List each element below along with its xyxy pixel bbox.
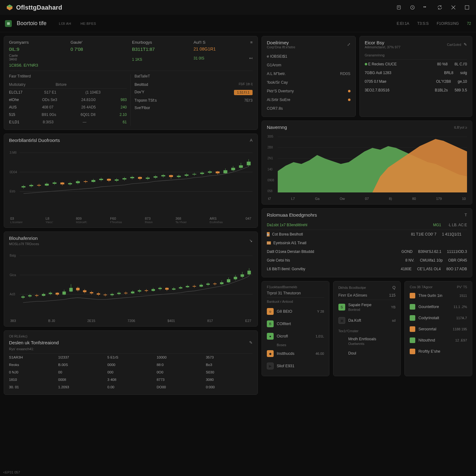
list2-search-icon[interactable]: Q xyxy=(392,285,395,290)
header-tab-2[interactable]: HE:BFES xyxy=(81,22,96,25)
svg-rect-116 xyxy=(152,289,155,291)
svg-rect-94 xyxy=(76,288,80,290)
header-stat-1[interactable]: E:EI:1A xyxy=(397,21,409,26)
bt-edit-icon[interactable]: ✎ xyxy=(249,340,253,345)
table-row[interactable]: 3EO2.7.B3S16B1BL2s589 3.5 xyxy=(365,86,467,95)
list-item[interactable]: Thre 0urln 1in1511 xyxy=(410,290,467,301)
sum-menu-icon[interactable]: ≡ xyxy=(250,40,253,46)
portfolio-icon: ▦ xyxy=(5,20,12,27)
list-item[interactable]: Rroftly E'she xyxy=(410,346,467,357)
table-row[interactable]: 515B91 0Gs 6Q01 D82.10 xyxy=(9,111,127,118)
book-title: Eicor Bsy xyxy=(365,40,401,45)
axis-label: 179 xyxy=(436,197,442,201)
table-row[interactable]: 181000083 40887733080 xyxy=(9,376,253,383)
bottom-table-panel: Otl RLEekc) Deslen uk Tonfstreaiond ✎ Ry… xyxy=(4,330,258,395)
table-row[interactable]: Datll O1sea Derstan Bttuddd GOND B3fAlt'… xyxy=(267,247,467,256)
list-item[interactable]: Codyrinotalt117A.7 xyxy=(410,312,467,324)
list-item[interactable]: B COlfitert xyxy=(267,318,324,330)
table-row[interactable]: E:LD18:3IS3 —61 xyxy=(9,118,127,126)
svg-rect-122 xyxy=(172,289,175,290)
list-item[interactable]: S Sapale FerpeBontrod YB xyxy=(338,300,396,314)
table-row[interactable]: ReoksB.00S000088:0Bo3 xyxy=(9,361,253,368)
svg-rect-16 xyxy=(37,185,41,186)
rl-row-3: Sve'Flbor xyxy=(134,106,150,110)
svg-rect-28 xyxy=(84,181,88,182)
list-item[interactable]: 'fook/Sr Cay xyxy=(267,78,350,87)
list-item[interactable]: Seroonrtal1188 195 xyxy=(410,324,467,335)
chart2-canvas[interactable]: BalgGicaAd3 xyxy=(9,249,253,317)
book-action-label[interactable]: Cart1otrd xyxy=(447,43,461,46)
table-row[interactable]: E Reckes CIUCE80 %88L C.I'0 xyxy=(365,60,467,68)
rl-action-button[interactable]: 1.S1:f:I.1 xyxy=(234,90,253,95)
list-item[interactable]: o G8 BEtOY 28 xyxy=(267,305,324,318)
list3-action[interactable]: PV' T5 xyxy=(457,285,467,289)
item-icon: ◆ xyxy=(267,350,274,357)
list-item[interactable]: ◆ Instthucds46.00 xyxy=(267,347,324,360)
notif-icon[interactable] xyxy=(396,5,402,10)
book-edit-icon[interactable]: ✎ xyxy=(464,42,467,47)
right-list-head: BatTalleT xyxy=(134,74,253,78)
list-item[interactable]: Pktr'S Dvertsrry xyxy=(267,87,350,95)
list3-panel: Cos 38 7Agoor PV' T5 Thre 0urln 1in1511 … xyxy=(404,281,472,376)
svg-rect-38 xyxy=(122,178,126,179)
more-icon[interactable]: •• xyxy=(423,5,429,10)
table-row[interactable]: ELCL17S17 E1 (1 104E3 xyxy=(9,89,127,96)
table-row[interactable]: CCEyetssirsk Al1 Tinatl xyxy=(267,239,467,247)
clock-icon[interactable] xyxy=(410,5,415,10)
table-row[interactable]: 0 NJ0000000O0S030 xyxy=(9,368,253,376)
table-row[interactable]: 0705 0.f MaeOL'Y2B8ge,10 xyxy=(365,77,467,86)
table-row[interactable]: L6 BibTl 8eml: Gonvlby 4180E CE'1,A51 OL… xyxy=(267,265,467,273)
list-item[interactable]: Doul xyxy=(338,348,396,358)
list-item[interactable]: Nitouthnd12 .E97 xyxy=(410,335,467,346)
list1-h1: Trprol 31 Theutoron xyxy=(267,291,301,295)
settings-icon[interactable] xyxy=(451,5,456,10)
chart1-action[interactable]: A xyxy=(250,138,253,143)
axis-label: $401 xyxy=(167,319,175,323)
daily-expand-icon[interactable]: ⤢ xyxy=(347,42,350,47)
table-row[interactable]: AUS408 07 26 4AD5240 xyxy=(9,104,127,111)
list-item[interactable]: COR7.8s xyxy=(267,104,350,113)
sum-sub-1c: 1C8S6. E/YNR3 xyxy=(9,63,68,68)
events-action[interactable]: T xyxy=(465,213,467,217)
list-item[interactable]: ▣ Da.Koft sd xyxy=(338,314,396,327)
table-row[interactable]: ▶Cot Bsrea Beslhotl 81 T1IE CO0' 7 1 411… xyxy=(267,230,467,239)
header-stat-4[interactable]: 72 xyxy=(467,21,471,26)
nav-action[interactable]: tLB'yol ≥ xyxy=(454,126,467,129)
table-row[interactable]: S1AR3H1I23375 E1rS100003573 xyxy=(9,354,253,361)
svg-text:Gica: Gica xyxy=(10,273,16,277)
header-tab-1[interactable]: LI3I AH xyxy=(59,22,71,25)
header-stat-3[interactable]: F1OIRS1ING xyxy=(437,21,459,26)
chart1-canvas[interactable]: 3.M80D04Etrb xyxy=(9,146,253,214)
svg-rect-44 xyxy=(146,178,150,179)
table-row[interactable]: 7GBG Aull 1283BRL8solg xyxy=(365,68,467,77)
list-item[interactable]: Mndh EnrtlooalsOuelwnnts xyxy=(338,334,396,348)
table-row[interactable]: Gole Cetsi his 8 NV. CMUiIfa1 10p OBR OR… xyxy=(267,256,467,265)
daily-title: Doeilrimey xyxy=(267,40,295,45)
svg-rect-96 xyxy=(83,290,86,292)
summary-panel: Gromyarrs 0IL:9 Caele 3Ah0 1C8S6. E/YNR3… xyxy=(4,36,258,130)
list-item[interactable]: ▶ Sliof E931 xyxy=(267,360,324,372)
sum-back-icon[interactable]: ↤ xyxy=(249,56,253,60)
item-icon: ● xyxy=(267,333,274,340)
list-item[interactable]: A:L M"betr. RD0S xyxy=(267,69,350,78)
refresh-icon[interactable] xyxy=(437,5,443,10)
list-item[interactable]: ● Oicrofl1,01L xyxy=(267,330,324,342)
list2-h1: Finrr Ee ASinses xyxy=(338,293,367,298)
table-row[interactable]: elOheODs Se3 24.81G0983 xyxy=(9,96,127,104)
table-row[interactable]: 30. 011.20930.00DO000:000 xyxy=(9,383,253,391)
list-item[interactable]: e IOBSEt$1 xyxy=(267,52,350,61)
svg-rect-134 xyxy=(213,284,217,284)
svg-rect-78 xyxy=(21,297,25,298)
events-head-b: MG1 xyxy=(433,223,441,227)
list-item[interactable]: Gountetfore11.1 .2% xyxy=(410,301,467,312)
color-swatch-icon xyxy=(410,349,415,354)
rl-row-0b: F5/F 1th l| xyxy=(239,82,253,87)
fullscreen-icon[interactable] xyxy=(464,5,470,10)
svg-rect-104 xyxy=(110,294,114,295)
list-item[interactable]: Al.Srtir SoEre xyxy=(267,95,350,104)
header-stat-2[interactable]: T3:S:S xyxy=(417,21,429,26)
chart2-action-icon[interactable]: ↘ xyxy=(249,238,253,243)
list-item[interactable]: G1Arom xyxy=(267,61,350,69)
nav-chart-canvas[interactable]: 30I52B82N11400908058 xyxy=(267,133,467,195)
chart1-title: Beorbllantirlsl Duofroorts xyxy=(9,138,60,143)
